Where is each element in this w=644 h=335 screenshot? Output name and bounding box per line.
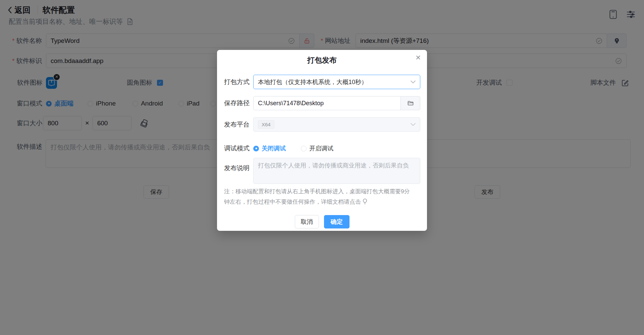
folder-icon [407, 100, 414, 107]
cancel-button[interactable]: 取消 [295, 215, 319, 228]
radio-label: 开启调试 [309, 144, 333, 152]
chevron-down-icon [411, 80, 416, 83]
save-path-input[interactable] [258, 100, 396, 107]
chevron-down-icon [411, 123, 416, 126]
save-path-wrap [253, 96, 401, 110]
pack-mode-select[interactable]: 本地打包（仅支持本机系统，大概10秒） [253, 75, 420, 89]
footnote-text: 注：移动端配置和打包请从右上角手机图标进入，桌面端打包大概需要9分钟左右，打包过… [224, 188, 410, 205]
doc-link-icon[interactable] [362, 198, 368, 205]
publish-note-textarea[interactable] [253, 158, 420, 184]
save-path-label: 保存路径 [224, 99, 253, 108]
publish-note-label: 发布说明 [224, 164, 250, 173]
dialog-title: 打包发布 [217, 55, 427, 65]
pack-mode-label: 打包方式 [224, 78, 253, 86]
radio-icon [301, 146, 307, 151]
browse-folder-button[interactable] [401, 96, 420, 110]
confirm-button[interactable]: 确定 [324, 215, 350, 228]
pack-mode-value: 本地打包（仅支持本机系统，大概10秒） [258, 78, 411, 86]
radio-icon [253, 146, 259, 151]
close-icon[interactable] [415, 53, 421, 61]
debug-option-off[interactable]: 关闭调试 [253, 144, 286, 152]
package-publish-dialog: 打包发布 打包方式 本地打包（仅支持本机系统，大概10秒） 保存路径 发布平台 … [217, 50, 427, 231]
debug-option-on[interactable]: 开启调试 [301, 144, 333, 152]
radio-label: 关闭调试 [262, 144, 286, 152]
platform-tag: X64 [258, 120, 274, 129]
dialog-footnote: 注：移动端配置和打包请从右上角手机图标进入，桌面端打包大概需要9分钟左右，打包过… [224, 186, 414, 207]
platform-label: 发布平台 [224, 120, 253, 129]
debug-mode-label: 调试模式 [224, 144, 253, 153]
platform-select[interactable]: X64 [253, 117, 420, 132]
